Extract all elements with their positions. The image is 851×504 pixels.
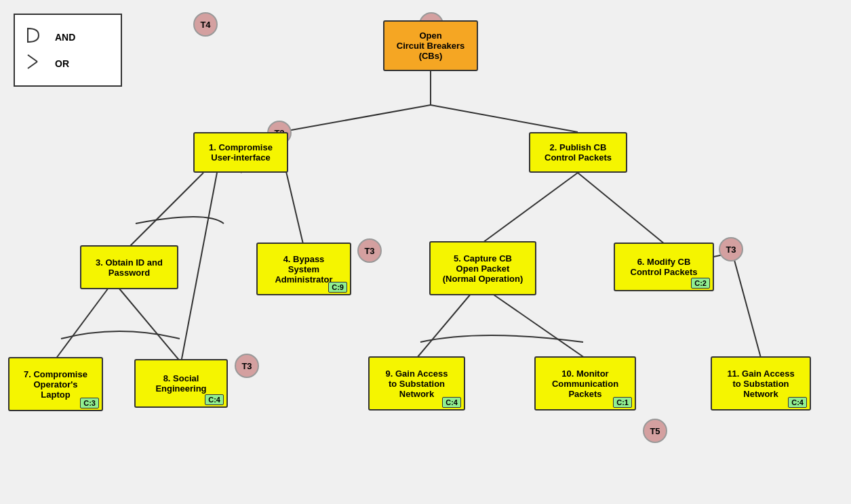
diagram-container: AND OR T4 T1 Open Circuit Breakers (CBs)… bbox=[0, 0, 851, 504]
t3c-circle: T3 bbox=[235, 354, 259, 378]
t3b-circle: T3 bbox=[719, 237, 743, 261]
legend-box: AND OR bbox=[14, 14, 122, 87]
svg-line-2 bbox=[431, 105, 578, 132]
t4-circle: T4 bbox=[193, 12, 218, 37]
svg-line-6 bbox=[181, 173, 217, 362]
node-10-cost: C:1 bbox=[613, 397, 632, 408]
svg-line-16 bbox=[28, 62, 37, 68]
t3a-circle: T3 bbox=[357, 238, 382, 263]
and-label: AND bbox=[55, 32, 75, 43]
node-7-cost: C:3 bbox=[80, 398, 99, 408]
node-9: 9. Gain Access to Substation Network C:4 bbox=[368, 356, 465, 411]
svg-line-10 bbox=[119, 288, 181, 362]
svg-line-12 bbox=[492, 293, 585, 358]
node-11: 11. Gain Access to Substation Network C:… bbox=[711, 356, 811, 411]
or-gate-icon bbox=[25, 52, 47, 75]
svg-line-15 bbox=[28, 55, 37, 62]
node-4: 4. Bypass System Administrator C:9 bbox=[256, 243, 351, 295]
svg-line-7 bbox=[483, 173, 578, 243]
legend-or-row: OR bbox=[25, 52, 111, 75]
svg-line-9 bbox=[56, 288, 108, 359]
node-7: 7. Compromise Operator's Laptop C:3 bbox=[8, 357, 103, 411]
svg-line-1 bbox=[280, 105, 431, 132]
node-8: 8. Social Engineering C:4 bbox=[134, 359, 228, 408]
node-11-cost: C:4 bbox=[788, 397, 807, 408]
node-2: 2. Publish CB Control Packets bbox=[529, 132, 627, 173]
node-6-cost: C:2 bbox=[691, 278, 710, 289]
node-5: 5. Capture CB Open Packet (Normal Operat… bbox=[429, 241, 536, 295]
node-6: 6. Modify CB Control Packets C:2 bbox=[614, 243, 714, 291]
node-8-cost: C:4 bbox=[205, 394, 224, 405]
legend-and-row: AND bbox=[25, 26, 111, 48]
svg-line-11 bbox=[417, 293, 471, 358]
svg-line-5 bbox=[129, 173, 203, 247]
root-node: Open Circuit Breakers (CBs) bbox=[383, 20, 478, 71]
svg-line-14 bbox=[732, 253, 761, 358]
node-1: 1. Compromise User-interface bbox=[193, 132, 288, 173]
node-10: 10. Monitor Communication Packets C:1 bbox=[534, 356, 636, 411]
node-3: 3. Obtain ID and Password bbox=[80, 245, 178, 289]
or-label: OR bbox=[55, 58, 69, 69]
node-9-cost: C:4 bbox=[442, 397, 461, 408]
svg-line-8 bbox=[578, 173, 665, 244]
node-4-cost: C:9 bbox=[328, 282, 347, 293]
t5-circle: T5 bbox=[643, 419, 667, 443]
and-gate-icon bbox=[25, 26, 47, 48]
